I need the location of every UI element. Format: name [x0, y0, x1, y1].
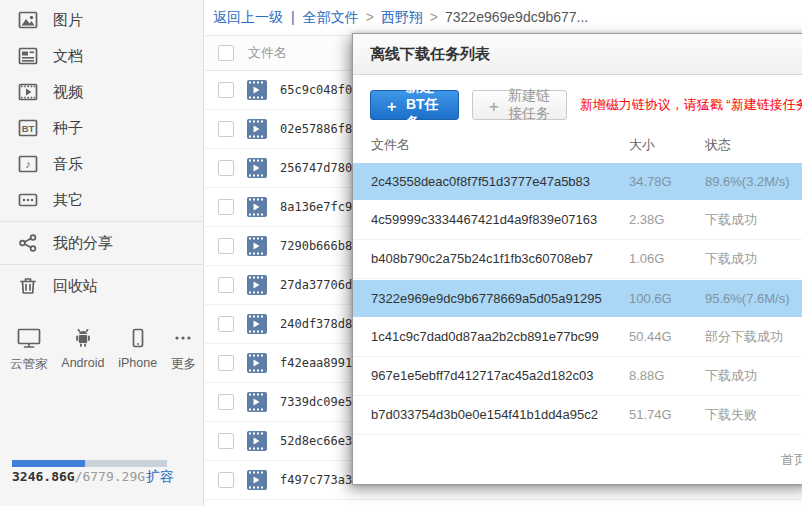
file-checkbox[interactable] — [218, 121, 234, 137]
sidebar-item-other[interactable]: 其它 — [0, 182, 203, 218]
file-checkbox[interactable] — [218, 160, 234, 176]
file-checkbox[interactable] — [218, 355, 234, 371]
file-checkbox[interactable] — [218, 82, 234, 98]
storage-usage-text: 3246.86G/6779.29G — [12, 469, 145, 484]
storage-used: 3246.86G — [12, 469, 75, 484]
image-icon — [16, 8, 40, 32]
task-filename: 967e1e5ebff7d412717ac45a2d182c03 — [371, 357, 593, 395]
file-checkbox[interactable] — [218, 316, 234, 332]
task-status: 89.6%(3.2M/s) — [705, 163, 790, 200]
cloud-manager-button[interactable]: 云管家 — [10, 326, 48, 373]
task-filename: b7d033754d3b0e0e154f41b1dd4a95c2 — [371, 396, 598, 434]
breadcrumb: 返回上一级|全部文件>西野翔>7322e969e9dc9b677... — [213, 9, 588, 27]
column-header-status: 状态 — [705, 128, 731, 162]
expand-storage-link[interactable]: 扩容 — [146, 468, 174, 486]
iphone-icon — [126, 326, 150, 350]
task-status: 下载成功 — [705, 240, 757, 278]
breadcrumb-separator: > — [430, 9, 438, 25]
video-file-icon — [247, 275, 267, 295]
plus-icon: ＋ — [384, 98, 399, 113]
android-button[interactable]: Android — [61, 326, 104, 373]
breadcrumb-folder[interactable]: 西野翔 — [381, 9, 423, 25]
file-checkbox[interactable] — [218, 199, 234, 215]
sidebar: 图片 文档 — [0, 0, 204, 506]
task-status: 下载失败 — [705, 396, 757, 434]
task-filename: 4c59999c3334467421d4a9f839e07163 — [371, 201, 597, 239]
sidebar-nav: 图片 文档 — [0, 0, 203, 304]
file-checkbox[interactable] — [218, 472, 234, 488]
document-icon — [16, 44, 40, 68]
new-bt-task-label: 新建BT任务 — [406, 78, 445, 132]
pagination-first-page-link[interactable]: 首页 — [781, 451, 802, 469]
file-checkbox[interactable] — [218, 238, 234, 254]
sidebar-item-music[interactable]: ♪ 音乐 — [0, 146, 203, 182]
file-checkbox[interactable] — [218, 277, 234, 293]
download-task-row[interactable]: b7d033754d3b0e0e154f41b1dd4a95c251.74G下载… — [353, 396, 802, 435]
download-task-table-header: 文件名 大小 状态 — [353, 128, 802, 162]
new-link-task-button[interactable]: ＋ 新建链接任务 — [472, 90, 567, 120]
download-task-table: 文件名 大小 状态 2c43558deac0f8f7f51d3777e47a5b… — [353, 128, 802, 435]
iphone-button[interactable]: iPhone — [118, 326, 157, 373]
task-size: 2.38G — [629, 201, 664, 239]
modal-title: 离线下载任务列表 — [353, 34, 802, 75]
sidebar-item-recycle-bin[interactable]: 回收站 — [0, 268, 203, 304]
svg-text:♪: ♪ — [25, 158, 31, 170]
sidebar-item-label: 图片 — [53, 11, 83, 30]
sidebar-item-label: 我的分享 — [53, 234, 113, 253]
device-shortcuts: 云管家 Android iPhone — [6, 326, 200, 373]
sidebar-item-documents[interactable]: 文档 — [0, 38, 203, 74]
download-task-table-body: 2c43558deac0f8f7f51d3777e47a5b8334.78G89… — [353, 162, 802, 435]
download-task-row[interactable]: b408b790c2a75b24c1f1fb3c60708eb71.06G下载成… — [353, 240, 802, 279]
android-icon — [71, 326, 95, 350]
sidebar-item-my-shares[interactable]: 我的分享 — [0, 225, 203, 261]
download-task-row[interactable]: 967e1e5ebff7d412717ac45a2d182c038.88G下载成… — [353, 357, 802, 396]
device-label: 云管家 — [10, 356, 48, 373]
sidebar-divider — [0, 221, 203, 222]
download-task-row[interactable]: 1c41c9c7dad0d87aa2b2cb891e77bc9950.44G部分… — [353, 318, 802, 357]
back-up-level-link[interactable]: 返回上一级 — [213, 9, 283, 25]
monitor-icon — [16, 326, 42, 350]
video-file-icon — [247, 158, 267, 178]
video-file-icon — [247, 197, 267, 217]
video-file-icon — [247, 236, 267, 256]
svg-text:BT: BT — [22, 123, 35, 134]
sidebar-item-label: 音乐 — [53, 155, 83, 174]
trash-icon — [16, 274, 40, 298]
task-filename: b408b790c2a75b24c1f1fb3c60708eb7 — [371, 240, 593, 278]
download-task-row[interactable]: 7322e969e9dc9b6778669a5d05a91295100.6G95… — [353, 279, 802, 318]
file-checkbox[interactable] — [218, 433, 234, 449]
file-checkbox[interactable] — [218, 394, 234, 410]
storage-quota-fill — [12, 460, 85, 467]
music-icon: ♪ — [16, 152, 40, 176]
video-file-icon — [247, 431, 267, 451]
offline-download-modal: 离线下载任务列表 ＋ 新建BT任务 ＋ 新建链接任务 新增磁力链协议，请猛戳 “… — [352, 33, 802, 485]
download-task-row[interactable]: 2c43558deac0f8f7f51d3777e47a5b8334.78G89… — [353, 162, 802, 201]
magnet-protocol-notice: 新增磁力链协议，请猛戳 “新建链接任务” — [580, 96, 802, 114]
share-icon — [16, 231, 40, 255]
column-header-filename: 文件名 — [371, 128, 410, 162]
select-all-checkbox[interactable] — [218, 45, 234, 61]
task-status: 下载成功 — [705, 201, 757, 239]
sidebar-item-label: 视频 — [53, 83, 83, 102]
sidebar-item-images[interactable]: 图片 — [0, 2, 203, 38]
video-icon — [16, 80, 40, 104]
new-bt-task-button[interactable]: ＋ 新建BT任务 — [370, 90, 459, 120]
sidebar-item-label: 回收站 — [53, 277, 98, 296]
more-devices-button[interactable]: 更多 — [171, 326, 196, 373]
sidebar-item-label: 文档 — [53, 47, 83, 66]
breadcrumb-all-files[interactable]: 全部文件 — [303, 9, 359, 25]
download-task-row[interactable]: 4c59999c3334467421d4a9f839e071632.38G下载成… — [353, 201, 802, 240]
task-status: 下载成功 — [705, 357, 757, 395]
sidebar-item-videos[interactable]: 视频 — [0, 74, 203, 110]
breadcrumb-separator: > — [366, 9, 374, 25]
column-header-size: 大小 — [629, 128, 655, 162]
video-file-icon — [247, 470, 267, 490]
more-icon — [171, 326, 195, 350]
sidebar-item-torrents[interactable]: BT 种子 — [0, 110, 203, 146]
video-file-icon — [247, 80, 267, 100]
bt-icon: BT — [16, 116, 40, 140]
task-size: 51.74G — [629, 396, 672, 434]
device-label: Android — [61, 356, 104, 370]
file-list-header-label: 文件名 — [248, 44, 287, 62]
ellipsis-box-icon — [16, 188, 40, 212]
